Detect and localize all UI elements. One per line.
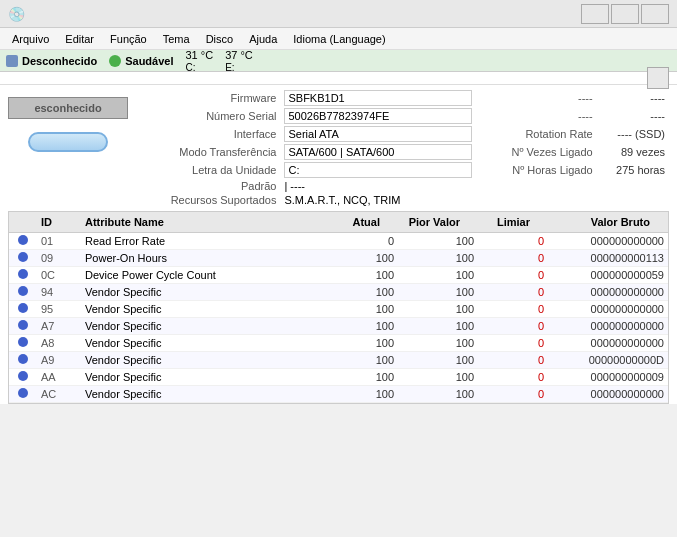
row-bruto: 000000000000 [548, 233, 668, 249]
row-name: Vendor Specific [81, 386, 328, 402]
transfer-input[interactable] [284, 144, 472, 160]
row-icon [9, 267, 37, 283]
menu-disco[interactable]: Disco [198, 31, 242, 47]
firmware-label: Firmware [136, 89, 280, 107]
row-pior: 100 [398, 318, 478, 334]
row-id: 09 [37, 250, 81, 266]
row-limiar: 0 [478, 233, 548, 249]
minimize-button[interactable] [581, 4, 609, 24]
letter-input[interactable] [284, 162, 472, 178]
smart-row: AC Vendor Specific 100 100 0 00000000000… [9, 386, 668, 403]
row-icon [9, 352, 37, 368]
row-pior: 100 [398, 233, 478, 249]
interface-value [280, 125, 476, 143]
col-pior: Pior Valor [384, 214, 464, 230]
hours-label: Nº Horas Ligado [476, 161, 597, 179]
row-id: A9 [37, 352, 81, 368]
row-bruto: 000000000000 [548, 284, 668, 300]
row-atual: 100 [328, 352, 398, 368]
serial-value [280, 107, 476, 125]
row-limiar: 0 [478, 335, 548, 351]
next-drive-button[interactable] [647, 67, 669, 89]
row-name: Read Error Rate [81, 233, 328, 249]
smart-row: 0C Device Power Cycle Count 100 100 0 00… [9, 267, 668, 284]
row-pior: 100 [398, 284, 478, 300]
smart-table-area: ID Attribute Name Atual Pior Valor Limia… [8, 211, 669, 404]
row-icon [9, 318, 37, 334]
row-limiar: 0 [478, 386, 548, 402]
col-name: Attribute Name [81, 214, 314, 230]
row-bruto: 000000000000 [548, 386, 668, 402]
row-atual: 100 [328, 284, 398, 300]
temperature-display [28, 132, 108, 152]
interface-input[interactable] [284, 126, 472, 142]
menu-idioma[interactable]: Idioma (Language) [285, 31, 393, 47]
smart-row: A8 Vendor Specific 100 100 0 00000000000… [9, 335, 668, 352]
serial-label: Número Serial [136, 107, 280, 125]
row-atual: 100 [328, 318, 398, 334]
disk-c-status-label: Desconhecido [22, 55, 97, 67]
row-atual: 100 [328, 267, 398, 283]
close-button[interactable] [641, 4, 669, 24]
hours-value: 275 horas [597, 161, 669, 179]
smart-row: 94 Vendor Specific 100 100 0 00000000000… [9, 284, 668, 301]
drive-title-area [0, 72, 677, 85]
row-id: A7 [37, 318, 81, 334]
power-on-value: 89 vezes [597, 143, 669, 161]
firmware-input[interactable] [284, 90, 472, 106]
smart-row: AA Vendor Specific 100 100 0 00000000000… [9, 369, 668, 386]
transfer-label: Modo Transferência [136, 143, 280, 161]
row-pior: 100 [398, 386, 478, 402]
right-value-2: ---- [597, 107, 669, 125]
resources-label: Recursos Suportados [136, 193, 280, 207]
row-atual: 100 [328, 369, 398, 385]
letter-label: Letra da Unidade [136, 161, 280, 179]
menu-ajuda[interactable]: Ajuda [241, 31, 285, 47]
right-value-1: ---- [597, 89, 669, 107]
row-id: 95 [37, 301, 81, 317]
row-icon [9, 233, 37, 249]
menu-arquivo[interactable]: Arquivo [4, 31, 57, 47]
col-id: ID [37, 214, 81, 230]
menu-tema[interactable]: Tema [155, 31, 198, 47]
title-bar: 💿 [0, 0, 677, 28]
disk-e-temp: 37 °CE: [225, 49, 253, 73]
row-id: AA [37, 369, 81, 385]
menu-funcao[interactable]: Função [102, 31, 155, 47]
row-id: A8 [37, 335, 81, 351]
smart-row: A7 Vendor Specific 100 100 0 00000000000… [9, 318, 668, 335]
smart-row: 09 Power-On Hours 100 100 0 000000000113 [9, 250, 668, 267]
serial-input[interactable] [284, 108, 472, 124]
row-name: Power-On Hours [81, 250, 328, 266]
row-bruto: 000000000059 [548, 267, 668, 283]
row-limiar: 0 [478, 318, 548, 334]
right-label-2: ---- [476, 107, 597, 125]
row-name: Vendor Specific [81, 369, 328, 385]
row-pior: 100 [398, 250, 478, 266]
maximize-button[interactable] [611, 4, 639, 24]
disk-c-temp: 31 °CC: [186, 49, 214, 73]
letter-value [280, 161, 476, 179]
smart-row: 95 Vendor Specific 100 100 0 00000000000… [9, 301, 668, 318]
row-pior: 100 [398, 301, 478, 317]
col-bruto: Valor Bruto [534, 214, 654, 230]
row-bruto: 00000000000D [548, 352, 668, 368]
transfer-value [280, 143, 476, 161]
row-icon [9, 284, 37, 300]
row-name: Vendor Specific [81, 284, 328, 300]
main-content: esconhecido Firmware ---- ---- Número Se… [0, 72, 677, 404]
health-area: esconhecido [8, 89, 128, 207]
row-id: 94 [37, 284, 81, 300]
rotation-value: ---- (SSD) [597, 125, 669, 143]
smart-row: 01 Read Error Rate 0 100 0 000000000000 [9, 233, 668, 250]
row-pior: 100 [398, 267, 478, 283]
row-name: Vendor Specific [81, 318, 328, 334]
row-name: Vendor Specific [81, 335, 328, 351]
menu-editar[interactable]: Editar [57, 31, 102, 47]
standard-value: | ---- [280, 179, 669, 193]
row-limiar: 0 [478, 250, 548, 266]
disk-e-status-dot [109, 55, 121, 67]
row-limiar: 0 [478, 284, 548, 300]
health-badge: esconhecido [8, 97, 128, 119]
row-pior: 100 [398, 352, 478, 368]
